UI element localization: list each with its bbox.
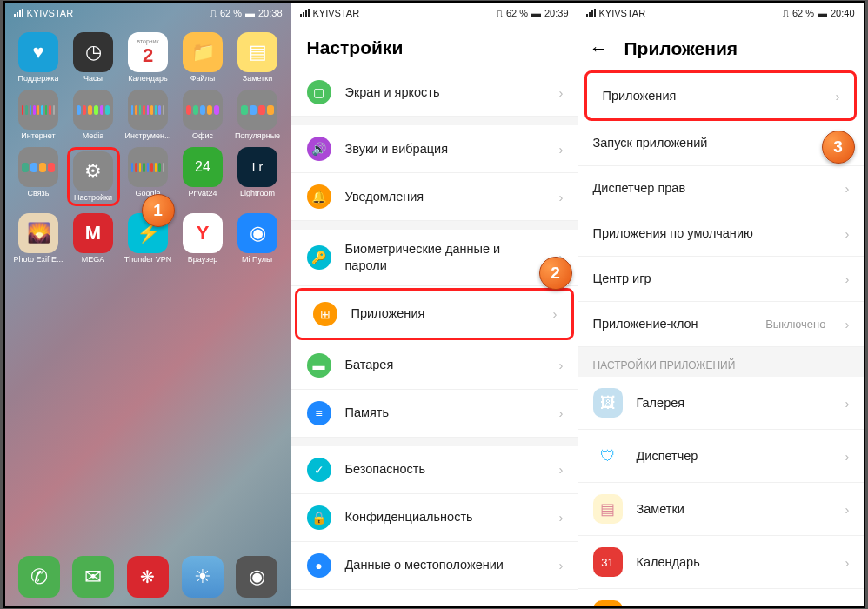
vibrate-icon: ⎍ <box>210 8 217 18</box>
dock-phone[interactable]: ✆ <box>18 556 60 598</box>
item-app-launch[interactable]: Запуск приложений› <box>578 121 864 166</box>
settings-title: Настройки <box>291 23 578 69</box>
chevron-right-icon: › <box>845 271 850 286</box>
step-badge-1: 1 <box>142 194 175 227</box>
app-gallery[interactable]: 🖼Галерея› <box>578 377 864 430</box>
battery-icon: ▬ <box>818 8 827 18</box>
item-permissions[interactable]: Диспетчер прав› <box>578 166 864 211</box>
chevron-right-icon: › <box>559 462 564 477</box>
chevron-right-icon: › <box>559 358 564 372</box>
three-phone-tutorial: KYIVSTAR ⎍62 %▬20:38 ♥Поддержка ◷Часы вт… <box>3 1 865 608</box>
status-bar: KYIVSTAR ⎍62 %▬20:39 <box>291 3 578 23</box>
folder-media[interactable]: Media <box>67 90 120 140</box>
apps-header: ← Приложения <box>578 23 864 70</box>
chevron-right-icon: › <box>559 142 564 157</box>
app-notes[interactable]: ▤Заметки <box>231 32 284 83</box>
folder-contacts[interactable]: Связь <box>12 147 65 206</box>
item-apps-list-highlighted: Приложения› <box>584 70 857 121</box>
chevron-right-icon: › <box>559 558 564 572</box>
apps-title: Приложения <box>624 38 738 59</box>
chevron-right-icon: › <box>559 510 564 525</box>
item-privacy[interactable]: 🔒Конфиденциальность› <box>291 494 578 542</box>
app-browser[interactable]: YБраузер <box>177 213 230 264</box>
battery-icon: ▬ <box>245 8 255 18</box>
chevron-right-icon: › <box>845 449 850 464</box>
app-calendar[interactable]: 31Календарь› <box>578 536 864 589</box>
app-calendar[interactable]: вторник2Календарь <box>122 32 175 83</box>
item-battery[interactable]: ▬Батарея› <box>291 342 578 390</box>
app-contacts[interactable]: 👤Контакты› <box>578 589 864 606</box>
app-miremote[interactable]: ◉Mi Пульт <box>231 213 284 264</box>
app-mega[interactable]: MMEGA <box>67 213 120 264</box>
folder-popular[interactable]: Популярные <box>231 90 284 140</box>
chevron-right-icon: › <box>559 85 564 100</box>
step-badge-3: 3 <box>822 130 855 164</box>
item-notifications[interactable]: 🔔Уведомления› <box>291 173 578 221</box>
folder-internet[interactable]: Интернет <box>12 90 65 140</box>
item-location[interactable]: ●Данные о местоположении› <box>291 542 578 590</box>
app-notes[interactable]: ▤Заметки› <box>578 483 864 536</box>
status-bar: KYIVSTAR ⎍62 %▬20:38 <box>5 3 291 23</box>
item-game-center[interactable]: Центр игр› <box>578 257 864 302</box>
item-display[interactable]: ▢Экран и яркость› <box>291 69 578 117</box>
chevron-right-icon: › <box>845 317 850 331</box>
section-divider <box>291 438 578 446</box>
dock: ✆ ✉ ❋ ☀ ◉ <box>5 547 291 606</box>
app-settings-section-header: НАСТРОЙКИ ПРИЛОЖЕНИЙ <box>578 347 864 377</box>
item-storage[interactable]: ≡Память› <box>291 390 578 438</box>
folder-tools[interactable]: Инструмен... <box>122 90 175 140</box>
phone-settings-screen: KYIVSTAR ⎍62 %▬20:39 Настройки ▢Экран и … <box>291 3 578 606</box>
chevron-right-icon: › <box>836 89 840 104</box>
app-privat24[interactable]: 24Privat24 <box>177 147 230 206</box>
item-biometrics[interactable]: 🔑Биометрические данные и пароли› <box>291 230 578 286</box>
chevron-right-icon: › <box>553 306 558 321</box>
vibrate-icon: ⎍ <box>497 8 503 18</box>
status-bar: KYIVSTAR ⎍62 %▬20:40 <box>578 3 864 23</box>
chevron-right-icon: › <box>559 190 564 204</box>
app-lightroom[interactable]: LrLightroom <box>231 147 284 206</box>
app-files[interactable]: 📁Файлы <box>177 32 230 83</box>
signal-icon <box>14 9 23 17</box>
signal-icon <box>586 9 596 17</box>
dock-camera[interactable]: ◉ <box>236 556 277 598</box>
chevron-right-icon: › <box>845 555 850 570</box>
app-photoexif[interactable]: 🌄Photo Exif E... <box>12 213 65 264</box>
phone-apps-screen: KYIVSTAR ⎍62 %▬20:40 ← Приложения Прилож… <box>578 3 864 606</box>
signal-icon <box>300 9 310 17</box>
item-apps-list[interactable]: Приложения› <box>587 73 854 118</box>
chevron-right-icon: › <box>845 226 850 241</box>
section-divider <box>291 117 578 125</box>
item-apps-highlighted: ⊞Приложения› <box>295 288 574 340</box>
dock-messages[interactable]: ✉ <box>72 556 114 598</box>
battery-icon: ▬ <box>531 8 541 18</box>
home-grid: ♥Поддержка ◷Часы вторник2Календарь 📁Файл… <box>5 23 291 272</box>
app-support[interactable]: ♥Поддержка <box>12 32 65 83</box>
step-badge-2: 2 <box>539 257 572 290</box>
dock-huawei[interactable]: ❋ <box>127 556 169 598</box>
chevron-right-icon: › <box>845 502 850 517</box>
app-clock[interactable]: ◷Часы <box>67 32 120 83</box>
back-arrow-icon[interactable]: ← <box>590 37 609 60</box>
vibrate-icon: ⎍ <box>783 8 789 18</box>
chevron-right-icon: › <box>845 396 850 411</box>
chevron-right-icon: › <box>559 405 564 420</box>
section-divider <box>291 221 578 230</box>
app-dispatcher[interactable]: 🛡Диспетчер› <box>578 430 864 483</box>
item-default-apps[interactable]: Приложения по умолчанию› <box>578 211 864 257</box>
item-sounds[interactable]: 🔊Звуки и вибрация› <box>291 125 578 173</box>
phone-home-screen: KYIVSTAR ⎍62 %▬20:38 ♥Поддержка ◷Часы вт… <box>5 3 291 606</box>
chevron-right-icon: › <box>845 181 850 196</box>
item-app-clone[interactable]: Приложение-клонВыключено› <box>578 302 864 347</box>
dock-weather[interactable]: ☀ <box>182 556 224 598</box>
folder-office[interactable]: Офис <box>177 90 230 140</box>
app-settings-highlighted[interactable]: ⚙Настройки <box>67 147 120 206</box>
item-apps[interactable]: ⊞Приложения› <box>297 291 571 338</box>
item-security[interactable]: ✓Безопасность› <box>291 446 578 494</box>
